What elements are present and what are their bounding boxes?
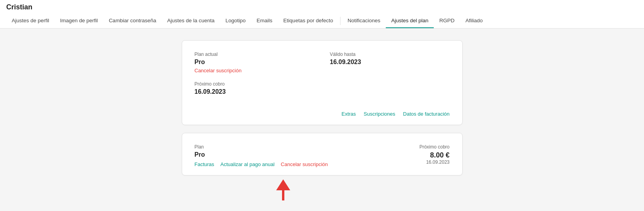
user-name: Cristian xyxy=(6,0,638,14)
tab-notificaciones[interactable]: Notificaciones xyxy=(342,14,386,28)
svg-marker-1 xyxy=(276,179,290,190)
extras-link[interactable]: Extras xyxy=(341,111,356,117)
proximo-cobro-label-card2: Próximo cobro xyxy=(419,144,449,150)
card2-top-row: Plan Pro Facturas Actualizar al pago anu… xyxy=(195,144,450,167)
tab-logotipo[interactable]: Logotipo xyxy=(220,14,251,28)
plan-actual-card: Plan actual Pro Cancelar suscripción Pró… xyxy=(182,40,463,125)
main-content: Plan actual Pro Cancelar suscripción Pró… xyxy=(0,29,644,211)
plan-actual-label: Plan actual xyxy=(195,52,314,57)
facturas-link[interactable]: Facturas xyxy=(195,161,215,167)
tab-afiliado[interactable]: Afiliado xyxy=(460,14,488,28)
arrow-container xyxy=(276,179,290,203)
valido-hasta-label: Válido hasta xyxy=(330,52,450,57)
nav-divider xyxy=(340,17,341,25)
tab-rgpd[interactable]: RGPD xyxy=(434,14,460,28)
actualizar-pago-anual-link[interactable]: Actualizar al pago anual xyxy=(220,161,275,167)
plan-value-card2: Pro xyxy=(195,151,328,158)
svg-rect-0 xyxy=(282,190,284,200)
card1-right: Válido hasta 16.09.2023 xyxy=(314,52,450,67)
tab-cambiar-contrasena[interactable]: Cambiar contraseña xyxy=(103,14,162,28)
suscripciones-link[interactable]: Suscripciones xyxy=(364,111,395,117)
tab-ajustes-cuenta[interactable]: Ajustes de la cuenta xyxy=(161,14,220,28)
header: Cristian Ajustes de perfil Imagen de per… xyxy=(0,0,644,29)
datos-facturacion-link[interactable]: Datos de facturación xyxy=(403,111,449,117)
tab-imagen-perfil[interactable]: Imagen de perfil xyxy=(55,14,103,28)
tab-etiquetas-defecto[interactable]: Etiquetas por defecto xyxy=(278,14,339,28)
proximo-cobro-label: Próximo cobro xyxy=(195,81,314,87)
plan-actual-value: Pro xyxy=(195,59,314,66)
card2-left: Plan Pro Facturas Actualizar al pago anu… xyxy=(195,144,328,167)
card1-left: Plan actual Pro Cancelar suscripción Pró… xyxy=(195,52,314,97)
proximo-cobro-value: 16.09.2023 xyxy=(195,88,314,95)
tab-emails[interactable]: Emails xyxy=(251,14,278,28)
card2-right: Próximo cobro 8.00 € 16.09.2023 xyxy=(419,144,449,165)
plan-label-card2: Plan xyxy=(195,144,328,150)
cancelar-suscripcion-link-card2[interactable]: Cancelar suscripción xyxy=(281,161,328,167)
red-arrow-up-icon xyxy=(276,179,290,203)
tab-ajustes-perfil[interactable]: Ajustes de perfil xyxy=(6,14,55,28)
card1-footer-links: Extras Suscripciones Datos de facturació… xyxy=(195,106,450,117)
nav-tabs: Ajustes de perfil Imagen de perfil Cambi… xyxy=(6,14,638,28)
card2-links: Facturas Actualizar al pago anual Cancel… xyxy=(195,161,328,167)
plan-pro-card: Plan Pro Facturas Actualizar al pago anu… xyxy=(182,133,463,175)
cancelar-suscripcion-link-card1[interactable]: Cancelar suscripción xyxy=(195,68,242,73)
valido-hasta-value: 16.09.2023 xyxy=(330,59,450,66)
proximo-cobro-date-card2: 16.09.2023 xyxy=(419,159,449,165)
card1-top-row: Plan actual Pro Cancelar suscripción Pró… xyxy=(195,52,450,97)
tab-ajustes-plan[interactable]: Ajustes del plan xyxy=(386,14,434,28)
card1-bottom: Próximo cobro 16.09.2023 xyxy=(195,81,314,95)
proximo-cobro-price: 8.00 € xyxy=(419,151,449,159)
